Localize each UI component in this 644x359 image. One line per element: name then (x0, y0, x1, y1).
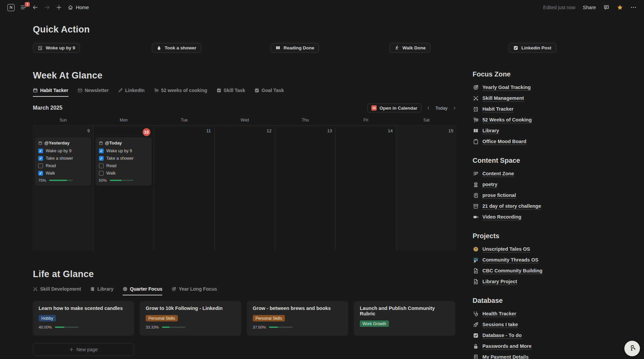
dow-label: Fri (336, 118, 396, 125)
fork-plate-icon (154, 88, 159, 93)
sidebar-item-poetry[interactable]: poetry (473, 179, 615, 190)
checkbox-checked[interactable] (38, 149, 43, 153)
notion-logo-icon[interactable]: N (7, 4, 15, 11)
breadcrumb[interactable]: Home (68, 5, 89, 10)
habit-row[interactable]: Wake up by 9 (99, 149, 148, 153)
quick-action-section: Quick Action Woke up by 9 Took a shower … (33, 24, 644, 53)
tab-skill-task[interactable]: Skill Task (216, 88, 245, 97)
tab-skill-development[interactable]: Skill Development (33, 286, 81, 295)
new-page-plus-icon[interactable] (56, 4, 62, 10)
sidebar-item-health-tracker[interactable]: Health Tracker (473, 308, 615, 319)
sidebar-item-my-payment-details[interactable]: My Payment Details (473, 352, 615, 359)
checkbox-unchecked[interactable] (99, 171, 104, 176)
woke-up-button[interactable]: Woke up by 9 (33, 43, 80, 53)
sidebar-item-unscripted-tales-os[interactable]: Unscripted Tales OS (473, 244, 615, 254)
tab-habit-tacker[interactable]: Habit Tacker (33, 88, 68, 97)
sidebar-section-title: Content Space (473, 157, 615, 164)
progress-percent: 40.00% (39, 325, 52, 329)
habit-row[interactable]: Take a shower (38, 156, 88, 161)
sidebar-item-community-threads-os[interactable]: Community Threads OS (473, 254, 615, 265)
checkbox-checked[interactable] (99, 149, 104, 153)
forward-arrow-icon[interactable] (44, 4, 50, 10)
chevron-right-icon[interactable] (452, 106, 457, 110)
shower-button[interactable]: Took a shower (152, 43, 201, 53)
droplet-icon (157, 45, 162, 50)
sidebar-item-library-project[interactable]: Library Project (473, 276, 615, 287)
tab-library[interactable]: Library (90, 286, 113, 295)
habit-row[interactable]: Take a shower (99, 156, 148, 161)
more-options-icon[interactable] (630, 4, 637, 10)
share-button[interactable]: Share (583, 5, 596, 10)
sidebar-item-database-to-do[interactable]: Database - To do (473, 330, 615, 341)
calendar-day-cell[interactable]: 15 (396, 126, 457, 251)
dow-label: Sun (33, 118, 94, 125)
button-label: Reading Done (284, 45, 314, 50)
sidebar-item-prose-fictional[interactable]: prose fictional (473, 190, 615, 201)
tag-hobby: Hobby (39, 315, 56, 321)
date-number: 11 (154, 127, 214, 137)
focus-card[interactable]: Learn how to make scented candles Hobby … (33, 301, 134, 336)
favorite-star-icon[interactable] (617, 4, 623, 10)
habit-row[interactable]: Wake up by 9 (38, 149, 88, 153)
card-title: Grow to 10k Following - Linkedin (146, 306, 235, 311)
checkbox-checked[interactable] (38, 171, 43, 176)
sidebar-item-yearly-goal-tracking[interactable]: Yearly Goal Tracking (473, 82, 615, 93)
sidebar-item-skill-management[interactable]: Skill Management (473, 93, 615, 104)
focus-card[interactable]: Grow - between brews and books Personal … (247, 301, 348, 336)
habit-event-card-yesterday[interactable]: @Yesterday Wake up by 9 Take a shower Re… (35, 137, 91, 186)
quick-action-buttons: Woke up by 9 Took a shower Reading Done … (33, 43, 627, 53)
habit-row[interactable]: Walk (99, 171, 148, 176)
checkbox-checked[interactable] (99, 156, 104, 161)
today-button[interactable]: Today (435, 106, 448, 111)
habit-row[interactable]: Walk (38, 171, 88, 176)
focus-card[interactable]: Grow to 10k Following - Linkedin Persona… (140, 301, 241, 336)
tab-goal-task[interactable]: Goal Task (254, 88, 284, 97)
sidebar-item-21-day-story-challenge[interactable]: 21 day of story challenge (473, 201, 615, 211)
tab-linkedin[interactable]: LinkedIn (118, 88, 145, 97)
book-open-icon (473, 128, 479, 134)
card-title: Launch and Publish Community Rubric (360, 306, 450, 316)
calendar-day-cell[interactable]: 9 @Yesterday Wake up by 9 Take a shower (33, 126, 94, 251)
linkedin-post-button[interactable]: Linkedin Post (508, 43, 556, 53)
habit-label: Read (46, 163, 56, 168)
tab-quarter-focus[interactable]: Quarter Focus (123, 286, 162, 295)
sidebar-item-label: Database - To do (482, 333, 522, 338)
open-in-calendar-button[interactable]: 10 Open in Calendar (367, 104, 421, 112)
video-camera-icon (473, 214, 479, 220)
new-page-button[interactable]: New page (33, 343, 134, 356)
sidebar-item-52-weeks-of-cooking[interactable]: 52 Weeks of Cooking (473, 114, 615, 125)
focus-card[interactable]: Launch and Publish Community Rubric Work… (354, 301, 455, 336)
back-arrow-icon[interactable] (32, 4, 38, 10)
tab-52-weeks-cooking[interactable]: 52 weeks of cooking (154, 88, 207, 97)
checkbox-unchecked[interactable] (99, 163, 104, 168)
checkbox-checked[interactable] (38, 156, 43, 161)
sidebar-item-office-mood-board[interactable]: Office Mood Board (473, 136, 615, 147)
sidebar-item-video-recording[interactable]: Video Recording (473, 211, 615, 222)
chevron-left-icon[interactable] (426, 106, 431, 110)
sidebar-item-sessions-i-take[interactable]: Sessions I take (473, 319, 615, 330)
habit-event-card-today[interactable]: @Today Wake up by 9 Take a shower Read (96, 137, 152, 186)
sidebar-item-passwords-and-more[interactable]: Passwords and More (473, 341, 615, 352)
tab-newsletter[interactable]: Newsletter (78, 88, 109, 97)
habit-row[interactable]: Read (99, 163, 148, 168)
comments-icon[interactable] (603, 4, 609, 10)
notion-ai-help-button[interactable] (624, 341, 640, 356)
reading-done-button[interactable]: Reading Done (271, 43, 319, 53)
calendar-day-cell[interactable]: 10 @Today Wake up by 9 Take a shower (94, 126, 154, 251)
calendar-day-cell[interactable]: 14 (336, 126, 396, 251)
tab-year-long-focus[interactable]: Year Long Focus (171, 286, 217, 295)
sidebar-item-content-zone[interactable]: Content Zone (473, 168, 615, 179)
calendar-day-cell[interactable]: 11 (154, 126, 215, 251)
week-at-glance-section: Week At Glance Habit Tacker Newsletter L… (33, 70, 457, 251)
habit-row[interactable]: Read (38, 163, 88, 168)
sidebar-item-label: 21 day of story challenge (482, 203, 541, 209)
sidebar-item-habit-tracker[interactable]: Habit Tracker (473, 104, 615, 114)
sidebar-item-cbc-community-building[interactable]: CBC Community Building (473, 265, 615, 276)
calendar-day-cell[interactable]: 12 (215, 126, 275, 251)
calendar-day-cell[interactable]: 13 (275, 126, 336, 251)
sidebar-toggle-icon[interactable]: 7 (20, 4, 26, 10)
walk-done-button[interactable]: Walk Done (390, 43, 431, 53)
checkbox-unchecked[interactable] (38, 163, 43, 168)
sidebar-item-library[interactable]: Library (473, 125, 615, 136)
plus-icon (69, 347, 74, 352)
